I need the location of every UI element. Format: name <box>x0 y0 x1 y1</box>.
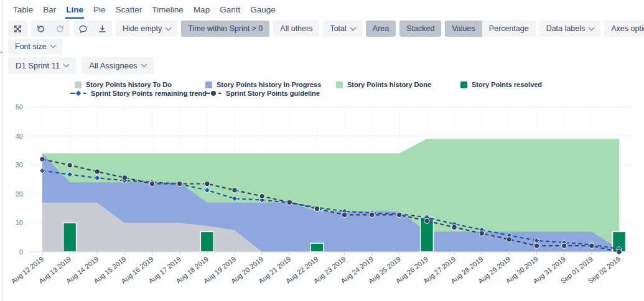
undo-redo-group <box>31 21 70 37</box>
filters-row: D1 Sprint 11 All Assignees <box>8 57 154 74</box>
burndown-chart: 01020304050Aug 12 2019Aug 13 2019Aug 14 … <box>0 100 644 301</box>
toolbar: Hide empty Time within Sprint > 0 All ot… <box>8 21 639 37</box>
total-label: Total <box>330 24 346 33</box>
done-swatch-icon <box>336 81 343 88</box>
chevron-down-icon <box>589 24 595 30</box>
guideline-point[interactable] <box>149 181 154 186</box>
tab-timeline[interactable]: Timeline <box>151 0 184 19</box>
legend-label: Sprint Story Points guideline <box>226 90 320 97</box>
assignee-filter-button[interactable]: All Assignees <box>82 57 153 74</box>
resolved-bar[interactable] <box>200 231 213 252</box>
sprint-filter-button[interactable]: D1 Sprint 11 <box>8 57 76 74</box>
guideline-point[interactable] <box>506 237 511 242</box>
trend-line-marker-icon <box>70 90 86 96</box>
undo-button[interactable] <box>31 21 50 37</box>
guideline-point[interactable] <box>259 193 264 198</box>
tab-line[interactable]: Line <box>65 0 84 19</box>
legend-label: Story Points history Done <box>347 81 431 88</box>
svg-text:0: 0 <box>19 248 23 256</box>
download-icon <box>98 24 107 34</box>
total-button[interactable]: Total <box>323 21 362 37</box>
guideline-point[interactable] <box>397 212 402 217</box>
comment-button[interactable] <box>73 21 93 37</box>
time-within-sprint-label: Time within Sprint > 0 <box>188 24 263 33</box>
legend-label: Story Points history To Do <box>86 81 172 88</box>
assignee-filter-label: All Assignees <box>89 61 137 70</box>
tab-gauge[interactable]: Gauge <box>250 0 276 19</box>
legend-label: Sprint Story Points remaining trend <box>91 90 207 97</box>
expand-icon <box>13 24 22 34</box>
stacked-label: Stacked <box>406 24 434 33</box>
guideline-point[interactable] <box>67 162 72 167</box>
chevron-down-icon <box>166 24 172 30</box>
guideline-line-marker-icon <box>205 90 222 96</box>
legend-item-inprogress[interactable]: Story Points history In Progress <box>205 81 321 88</box>
expand-button-group <box>8 21 27 37</box>
tab-gantt[interactable]: Gantt <box>219 0 241 19</box>
download-button[interactable] <box>93 21 112 37</box>
resolved-bar[interactable] <box>63 223 77 252</box>
resolved-bar[interactable] <box>310 243 324 252</box>
guideline-point[interactable] <box>617 249 622 254</box>
guideline-point[interactable] <box>342 212 347 217</box>
tab-bar[interactable]: Bar <box>42 0 57 19</box>
chart-type-tabs: Table Bar Line Pie Scatter Timeline Map … <box>12 0 276 19</box>
svg-text:40: 40 <box>16 132 23 140</box>
stacked-toggle-button[interactable]: Stacked <box>399 21 441 37</box>
todo-swatch-icon <box>75 81 82 88</box>
guideline-point[interactable] <box>122 175 127 180</box>
legend-item-guideline[interactable]: Sprint Story Points guideline <box>205 90 320 97</box>
tab-table[interactable]: Table <box>12 0 34 19</box>
guideline-point[interactable] <box>95 169 100 174</box>
values-label: Values <box>452 24 475 33</box>
resolved-swatch-icon <box>460 81 467 88</box>
collapse-panel-icon: ◂ <box>0 50 2 54</box>
tab-scatter[interactable]: Scatter <box>115 0 143 19</box>
area-toggle-button[interactable]: Area <box>366 21 396 37</box>
legend-label: Story Points history In Progress <box>217 81 321 88</box>
guideline-point[interactable] <box>479 231 484 236</box>
legend-label: Story Points resolved <box>472 81 542 88</box>
guideline-point[interactable] <box>370 212 375 217</box>
guideline-point[interactable] <box>205 181 210 186</box>
guideline-point[interactable] <box>177 181 182 186</box>
svg-text:30: 30 <box>16 161 23 169</box>
percentage-label: Percentage <box>489 24 529 33</box>
legend-item-remaining-trend[interactable]: Sprint Story Points remaining trend <box>70 90 207 97</box>
chevron-down-icon <box>141 62 147 68</box>
guideline-point[interactable] <box>562 243 567 248</box>
values-toggle-button[interactable]: Values <box>445 21 482 37</box>
values-percentage-group: Values Percentage <box>445 21 535 37</box>
comment-icon <box>78 24 88 34</box>
guideline-point[interactable] <box>232 188 237 193</box>
inprogress-swatch-icon <box>205 81 212 88</box>
legend-item-todo[interactable]: Story Points history To Do <box>75 81 172 88</box>
guideline-point[interactable] <box>589 243 594 248</box>
stacked-areas <box>42 139 619 252</box>
redo-icon <box>55 24 65 34</box>
redo-button[interactable] <box>50 21 70 37</box>
tab-map[interactable]: Map <box>193 0 210 19</box>
axes-options-label: Axes options <box>611 24 644 33</box>
hide-empty-button[interactable]: Hide empty <box>116 21 177 37</box>
svg-text:50: 50 <box>16 103 23 111</box>
expand-button[interactable] <box>8 21 27 37</box>
guideline-point[interactable] <box>452 225 457 229</box>
tab-pie[interactable]: Pie <box>93 0 106 19</box>
data-labels-button[interactable]: Data labels <box>539 21 601 37</box>
legend-item-resolved[interactable]: Story Points resolved <box>460 81 542 88</box>
guideline-point[interactable] <box>424 218 429 223</box>
legend-item-done[interactable]: Story Points history Done <box>336 81 431 88</box>
comment-download-group <box>73 21 112 37</box>
guideline-point[interactable] <box>40 157 45 162</box>
guideline-point[interactable] <box>314 206 319 211</box>
font-size-button[interactable]: Font size <box>8 39 62 54</box>
time-within-sprint-button[interactable]: Time within Sprint > 0 <box>181 21 269 37</box>
guideline-point[interactable] <box>287 200 292 205</box>
percentage-toggle-button[interactable]: Percentage <box>482 21 536 37</box>
axes-options-button[interactable]: Axes options <box>604 21 644 37</box>
guideline-point[interactable] <box>534 243 539 248</box>
font-size-label: Font size <box>15 42 47 51</box>
all-others-button[interactable]: All others <box>273 21 319 37</box>
report-builder-view: ◂ Table Bar Line Pie Scatter Timeline Ma… <box>0 0 644 301</box>
